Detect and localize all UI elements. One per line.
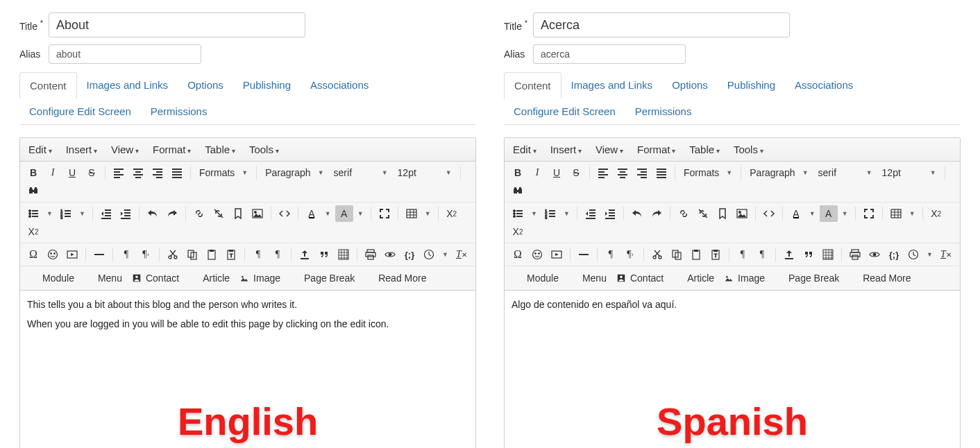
undo-button[interactable]	[144, 205, 162, 222]
ltr-button[interactable]: ¶	[117, 246, 135, 263]
background-color-button[interactable]: A	[820, 205, 838, 222]
bold-button[interactable]: B	[24, 164, 42, 181]
insert-contact-button[interactable]: Contact	[128, 269, 183, 287]
italic-button[interactable]: I	[528, 164, 546, 181]
subscript-button[interactable]: X2	[443, 205, 461, 222]
insert-module-button[interactable]: Module	[509, 269, 563, 287]
insert-readmore-button[interactable]: Read More	[360, 269, 430, 287]
insert-menu-button[interactable]: Menu	[80, 269, 126, 287]
italic-button[interactable]: I	[44, 164, 62, 181]
editor-content[interactable]: Algo de contenido en español va aquí.Spa…	[505, 291, 960, 448]
content-paragraph[interactable]: When you are logged in you will be able …	[27, 318, 468, 329]
dropdown-caret[interactable]: ▼	[528, 205, 540, 222]
preview-button[interactable]	[865, 246, 884, 263]
tab-options[interactable]: Options	[662, 72, 718, 98]
tab-images-and-links[interactable]: Images and Links	[561, 72, 663, 98]
link-button[interactable]	[190, 205, 208, 222]
insert-pagebreak-button[interactable]: Page Break	[286, 269, 359, 287]
indent-button[interactable]	[601, 205, 619, 222]
rtl-button[interactable]: ¶›	[137, 246, 155, 263]
text-color-button[interactable]: A	[303, 205, 321, 222]
align-justify-button[interactable]	[652, 164, 670, 181]
insert-module-button[interactable]: Module	[24, 269, 78, 287]
rtl-button[interactable]: ¶›	[621, 246, 639, 263]
align-center-button[interactable]	[129, 164, 147, 181]
nonbreaking-button[interactable]	[819, 246, 837, 263]
align-right-button[interactable]	[633, 164, 651, 181]
fontfamily-select[interactable]: serif▼	[814, 164, 877, 181]
media-button[interactable]	[548, 246, 566, 263]
menu-table[interactable]: Table	[205, 144, 235, 155]
horizontal-rule-button[interactable]	[575, 246, 593, 263]
dropdown-caret[interactable]: ▼	[839, 205, 851, 222]
tab-associations[interactable]: Associations	[301, 72, 378, 98]
tab-associations[interactable]: Associations	[785, 72, 863, 98]
dropdown-caret[interactable]: ▼	[906, 205, 918, 222]
copy-button[interactable]	[183, 246, 201, 263]
insert-image-media-button[interactable]: Image	[720, 269, 769, 287]
cut-button[interactable]	[648, 246, 666, 263]
blockquote-button[interactable]	[315, 246, 333, 263]
copy-button[interactable]	[668, 246, 686, 263]
fullscreen-button[interactable]	[375, 205, 394, 222]
tab-content[interactable]: Content	[504, 72, 561, 99]
insert-contact-button[interactable]: Contact	[612, 269, 668, 287]
title-input[interactable]	[49, 12, 305, 37]
menu-insert[interactable]: Insert	[66, 144, 97, 155]
tab-content[interactable]: Content	[19, 72, 77, 99]
anchor-button[interactable]	[229, 205, 247, 222]
source-code-button[interactable]	[760, 205, 778, 222]
fullscreen-button[interactable]	[860, 205, 878, 222]
insert-article-button[interactable]: Article	[185, 269, 234, 287]
align-justify-button[interactable]	[168, 164, 186, 181]
show-blocks-button[interactable]: ¶	[249, 246, 267, 263]
special-char-button[interactable]: Ω	[24, 246, 42, 263]
indent-button[interactable]	[117, 205, 135, 222]
fontfamily-select[interactable]: serif▼	[330, 164, 392, 181]
dropdown-caret[interactable]: ▼	[322, 205, 334, 222]
special-char-button[interactable]: Ω	[509, 246, 527, 263]
table-button[interactable]	[887, 205, 905, 222]
content-paragraph[interactable]: Algo de contenido en español va aquí.	[512, 299, 953, 310]
menu-format[interactable]: Format	[153, 144, 191, 155]
fontsize-select[interactable]: 12pt▼	[878, 164, 940, 181]
insert-readmore-button[interactable]: Read More	[845, 269, 915, 287]
align-left-button[interactable]	[110, 164, 128, 181]
block-select[interactable]: Paragraph▼	[745, 164, 812, 181]
paste-button[interactable]	[203, 246, 221, 263]
subscript-button[interactable]: X2	[927, 205, 945, 222]
source-code-button[interactable]	[276, 205, 294, 222]
nonbreaking-button[interactable]	[335, 246, 353, 263]
clear-formatting-button[interactable]: T✕	[453, 246, 471, 263]
formats-select[interactable]: Formats▼	[679, 164, 736, 181]
horizontal-rule-button[interactable]	[90, 246, 108, 263]
underline-button[interactable]: U	[63, 164, 81, 181]
tab-permissions[interactable]: Permissions	[625, 98, 702, 124]
link-button[interactable]	[675, 205, 693, 222]
paste-text-button[interactable]: T	[707, 246, 725, 263]
insert-article-button[interactable]: Article	[669, 269, 718, 287]
menu-tools[interactable]: Tools	[734, 144, 763, 155]
tab-permissions[interactable]: Permissions	[141, 98, 217, 124]
menu-tools[interactable]: Tools	[249, 144, 279, 155]
visual-chars-button[interactable]: ¶	[269, 246, 287, 263]
dropdown-caret[interactable]: ▼	[439, 246, 451, 263]
tab-publishing[interactable]: Publishing	[233, 72, 301, 98]
outdent-button[interactable]	[582, 205, 600, 222]
number-list-button[interactable]: 123	[57, 205, 75, 222]
upload-button[interactable]	[780, 246, 798, 263]
number-list-button[interactable]: 123	[541, 205, 559, 222]
fontsize-select[interactable]: 12pt▼	[394, 164, 456, 181]
code-sample-button[interactable]: {;}	[400, 246, 419, 263]
cut-button[interactable]	[164, 246, 182, 263]
insert-date-button[interactable]	[904, 246, 922, 263]
strike-button[interactable]: S	[567, 164, 585, 181]
editor-content[interactable]: This tells you a bit about this blog and…	[20, 291, 475, 448]
menu-edit[interactable]: Edit	[28, 144, 52, 155]
menu-view[interactable]: View	[595, 144, 623, 155]
dropdown-caret[interactable]: ▼	[76, 205, 88, 222]
dropdown-caret[interactable]: ▼	[355, 205, 366, 222]
menu-format[interactable]: Format	[637, 144, 675, 155]
superscript-button[interactable]: X2	[509, 223, 527, 240]
block-select[interactable]: Paragraph▼	[261, 164, 328, 181]
